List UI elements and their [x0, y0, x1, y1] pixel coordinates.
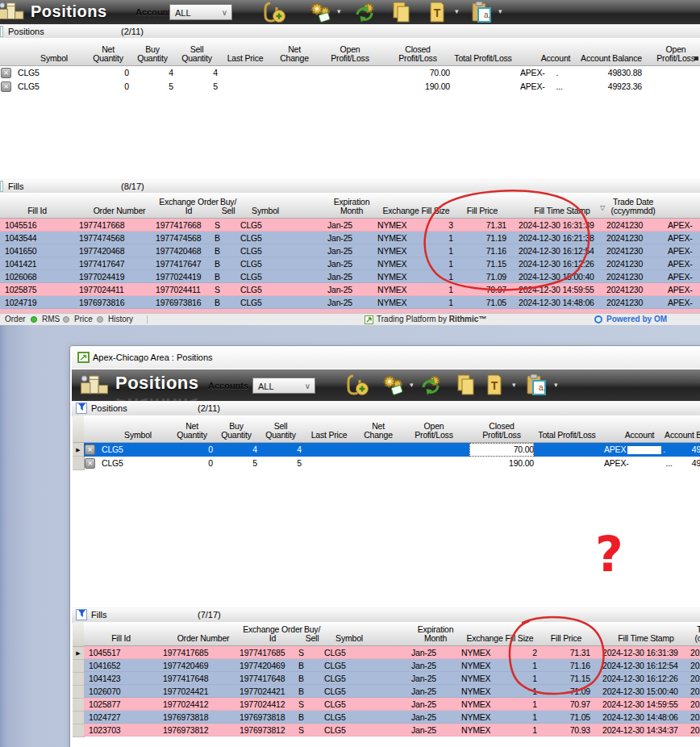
- col-header-fill-id[interactable]: Fill Id: [5, 207, 69, 217]
- attach-add-icon[interactable]: [345, 374, 369, 396]
- fill-row[interactable]: 1026068 1977024419 1977024419 B CLG5 Jan…: [0, 270, 700, 283]
- text-template-dropdown-icon[interactable]: ▾: [455, 7, 459, 15]
- attach-add-icon[interactable]: [262, 1, 286, 23]
- accounts-select[interactable]: ALL ∨: [252, 378, 315, 394]
- col-header-closed-pl[interactable]: Closed Profit/Loss: [385, 45, 450, 65]
- fill-row[interactable]: 1045516 1977417668 1977417668 S CLG5 Jan…: [0, 219, 700, 232]
- col-header-fill-size[interactable]: Fill Size: [502, 634, 537, 645]
- paste-special-dropdown-icon[interactable]: ▾: [498, 7, 502, 15]
- col-header-trade-date[interactable]: Trade Date (ccyymmdd): [606, 198, 660, 217]
- col-header-fill-price[interactable]: Fill Price: [542, 634, 590, 645]
- filter-icon[interactable]: [0, 181, 3, 192]
- col-header-fill-price[interactable]: Fill Price: [458, 207, 506, 217]
- close-position-button[interactable]: ✕: [1, 81, 11, 92]
- position-row[interactable]: ✕ CLG5 0 5 5 190.00 APEX-... 49923.36: [84, 457, 700, 470]
- col-header-expiration-month[interactable]: Expiration Month: [411, 625, 460, 645]
- col-header-last-price[interactable]: Last Price: [222, 54, 269, 65]
- col-header-open-pl[interactable]: Open Profit/Loss: [405, 422, 463, 441]
- col-header-buy-sell[interactable]: Buy/ Sell: [215, 198, 242, 217]
- col-header-symbol[interactable]: Symbol: [18, 54, 90, 65]
- col-header-symbol[interactable]: Symbol: [102, 431, 174, 441]
- col-header-exchange-order-id[interactable]: Exchange Order Id: [156, 198, 222, 217]
- col-header-account-balance[interactable]: Account Balance: [665, 431, 700, 441]
- text-template-icon[interactable]: T: [427, 1, 452, 23]
- fill-row[interactable]: 1026070 1977024421 1977024421 B CLG5 Jan…: [84, 685, 700, 698]
- settings-save-dropdown-icon[interactable]: ▾: [410, 381, 414, 389]
- fill-row[interactable]: 1045517 1977417685 1977417685 S CLG5 Jan…: [84, 646, 700, 659]
- col-header-trade-date[interactable]: Trade Date (ccyymmdd): [690, 625, 700, 645]
- podium-logo-icon: [78, 374, 110, 402]
- fill-timestamp-cell: 2024-12-30 14:48:06: [519, 296, 606, 309]
- text-template-dropdown-icon[interactable]: ▾: [512, 381, 516, 389]
- col-header-open-pl[interactable]: Open Profit/Loss: [321, 45, 379, 65]
- paste-special-icon[interactable]: a,: [470, 1, 494, 23]
- fill-timestamp-cell: 2024-12-30 14:59:55: [519, 283, 606, 296]
- text-template-icon[interactable]: T: [485, 374, 509, 396]
- sort-descending-icon[interactable]: ▽: [600, 204, 605, 211]
- col-header-net-change[interactable]: Net Change: [356, 422, 400, 441]
- col-header-net-quantity[interactable]: Net Quantity: [171, 422, 213, 441]
- close-position-button[interactable]: ✕: [85, 444, 95, 455]
- fill-timestamp-cell: 2024-12-30 14:48:06: [602, 711, 690, 724]
- copy-pages-icon[interactable]: [456, 374, 480, 396]
- close-position-button[interactable]: ✕: [1, 68, 11, 78]
- col-header-sell-quantity[interactable]: Sell Quantity: [260, 422, 302, 441]
- col-header-expiration-month[interactable]: Expiration Month: [327, 198, 376, 217]
- fill-row[interactable]: 1041650 1977420468 1977420468 B CLG5 Jan…: [0, 244, 700, 257]
- fill-row[interactable]: 1025875 1977024411 1977024411 S CLG5 Jan…: [0, 283, 700, 296]
- position-row[interactable]: ✕ CLG5 0 4 4 70.00 APEX. 49830.88: [84, 443, 700, 457]
- col-header-exchange-order-id[interactable]: Exchange Order Id: [240, 625, 306, 645]
- settings-refresh-icon[interactable]: [419, 374, 443, 396]
- window-title-bar[interactable]: Apex-Chicago Area : Positions: [72, 348, 700, 369]
- filter-icon[interactable]: [76, 403, 87, 414]
- filter-icon[interactable]: [76, 609, 87, 620]
- col-header-fill-time-stamp[interactable]: Fill Time Stamp: [602, 634, 690, 645]
- fill-row[interactable]: 1041423 1977417648 1977417648 B CLG5 Jan…: [84, 672, 700, 685]
- settings-refresh-icon[interactable]: [352, 1, 377, 23]
- position-row[interactable]: ✕ CLG5 0 5 5 190.00 APEX-... 49923.36: [0, 80, 700, 94]
- fill-row[interactable]: 1023703 1976973812 1976973812 S CLG5 Jan…: [84, 724, 700, 737]
- col-header-total-pl[interactable]: Total Profit/Loss: [453, 54, 513, 65]
- col-header-total-pl[interactable]: Total Profit/Loss: [537, 431, 597, 441]
- position-row[interactable]: ✕ CLG5 0 4 4 70.00 APEX-. 49830.88: [0, 66, 700, 80]
- fill-row[interactable]: 1041421 1977417647 1977417647 B CLG5 Jan…: [0, 257, 700, 270]
- col-header-symbol[interactable]: Symbol: [324, 634, 374, 645]
- col-header-net-quantity[interactable]: Net Quantity: [87, 45, 129, 65]
- settings-save-dropdown-icon[interactable]: ▾: [337, 7, 341, 15]
- top-app-header-bar[interactable]: Positions Positions Accounts ALL ∨ ▾ T ▾…: [0, 0, 700, 24]
- fill-row[interactable]: 1024727 1976973818 1976973818 B CLG5 Jan…: [84, 711, 700, 724]
- fill-row[interactable]: 1025877 1977024412 1977024412 S CLG5 Jan…: [84, 698, 700, 711]
- col-header-open-pl-2[interactable]: Open Profit/Loss: [647, 45, 700, 65]
- col-header-fill-size[interactable]: Fill Size: [418, 207, 453, 217]
- fill-row[interactable]: 1041652 1977420469 1977420469 B CLG5 Jan…: [84, 659, 700, 672]
- expiration-cell: Jan-25: [327, 244, 376, 257]
- settings-save-icon[interactable]: [309, 1, 333, 23]
- col-header-sell-quantity[interactable]: Sell Quantity: [176, 45, 218, 65]
- settings-save-icon[interactable]: [381, 374, 406, 396]
- fill-size-cell: 1: [418, 244, 453, 257]
- accounts-select[interactable]: ALL ∨: [169, 4, 232, 20]
- fill-row[interactable]: 1043544 1977474568 1977474568 B CLG5 Jan…: [0, 232, 700, 244]
- filter-icon[interactable]: [0, 26, 3, 37]
- bottom-app-header-bar[interactable]: Positions Positions Accounts ALL ∨ ▾ T ▾…: [72, 369, 700, 401]
- col-header-buy-sell[interactable]: Buy/ Sell: [298, 625, 326, 645]
- col-header-buy-quantity[interactable]: Buy Quantity: [131, 45, 173, 65]
- col-header-fill-id[interactable]: Fill Id: [89, 634, 153, 645]
- col-header-order-number[interactable]: Order Number: [79, 207, 160, 217]
- paste-special-icon[interactable]: a,: [525, 374, 549, 396]
- col-header-fill-time-stamp[interactable]: Fill Time Stamp: [519, 207, 606, 217]
- positions-column-headers: Symbol Net Quantity Buy Quantity Sell Qu…: [84, 415, 700, 443]
- col-header-account-balance[interactable]: Account Balance: [581, 54, 642, 65]
- paste-special-dropdown-icon[interactable]: ▾: [554, 381, 558, 389]
- col-header-closed-pl[interactable]: Closed Profit/Loss: [469, 422, 534, 441]
- close-position-button[interactable]: ✕: [85, 458, 95, 469]
- fill-row[interactable]: 1024719 1976973816 1976973816 B CLG5 Jan…: [0, 296, 700, 309]
- order-number-cell: 1977420468: [79, 244, 160, 257]
- col-header-last-price[interactable]: Last Price: [306, 431, 352, 441]
- col-header-order-number[interactable]: Order Number: [163, 634, 244, 645]
- col-header-buy-quantity[interactable]: Buy Quantity: [215, 422, 257, 441]
- app-title: Positions: [115, 373, 199, 394]
- copy-pages-icon[interactable]: [391, 1, 415, 23]
- col-header-symbol[interactable]: Symbol: [240, 207, 290, 217]
- col-header-net-change[interactable]: Net Change: [273, 45, 316, 65]
